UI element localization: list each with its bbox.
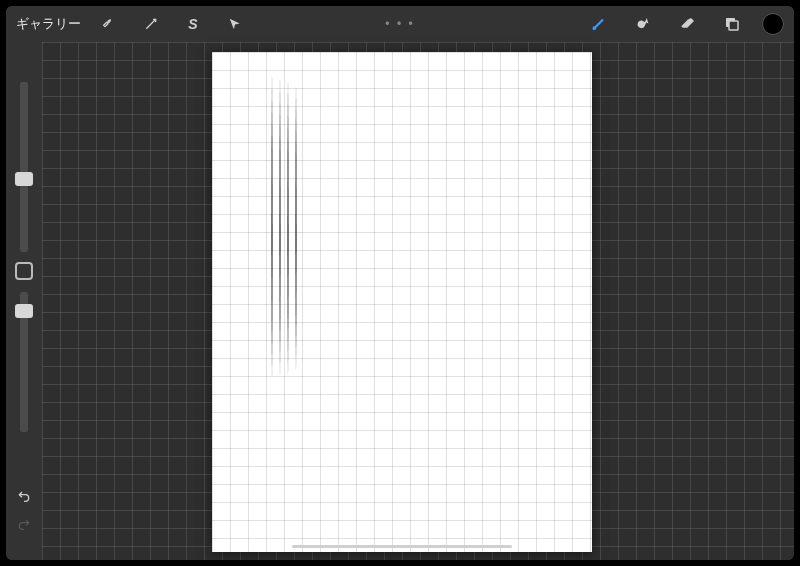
home-indicator bbox=[292, 545, 512, 548]
actions-wrench-icon[interactable] bbox=[95, 10, 123, 38]
top-toolbar: ギャラリー S • • • bbox=[6, 6, 794, 42]
layers-panel-icon[interactable] bbox=[718, 10, 746, 38]
workspace[interactable] bbox=[42, 42, 794, 560]
left-sidebar bbox=[6, 42, 42, 560]
canvas-strokes bbox=[212, 52, 592, 552]
brush-size-slider[interactable] bbox=[20, 82, 28, 252]
opacity-thumb[interactable] bbox=[15, 304, 33, 318]
eraser-tool-icon[interactable] bbox=[674, 10, 702, 38]
brush-size-thumb[interactable] bbox=[15, 172, 33, 186]
toolbar-left-group: ギャラリー S bbox=[16, 10, 249, 38]
modify-button[interactable] bbox=[15, 262, 33, 280]
adjustments-wand-icon[interactable] bbox=[137, 10, 165, 38]
undo-button[interactable] bbox=[12, 484, 36, 508]
svg-rect-1 bbox=[729, 21, 738, 30]
canvas-menu-button[interactable]: • • • bbox=[385, 17, 414, 31]
selection-tool-icon[interactable]: S bbox=[179, 10, 207, 38]
gallery-button[interactable]: ギャラリー bbox=[16, 15, 81, 33]
color-picker-button[interactable] bbox=[762, 13, 784, 35]
smudge-tool-icon[interactable] bbox=[630, 10, 658, 38]
toolbar-right-group bbox=[586, 10, 784, 38]
redo-button[interactable] bbox=[12, 512, 36, 536]
transform-arrow-icon[interactable] bbox=[221, 10, 249, 38]
canvas[interactable] bbox=[212, 52, 592, 552]
brush-tool-icon[interactable] bbox=[586, 10, 614, 38]
